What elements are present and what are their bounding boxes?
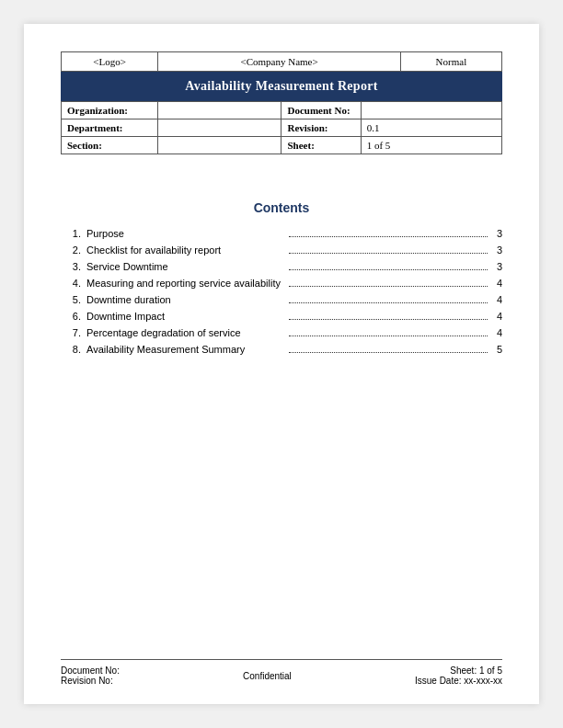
toc-item-1: 1. Purpose 3 [61,228,502,239]
toc-dots-8 [289,352,488,353]
toc-page-2: 3 [491,245,502,256]
logo-label: <Logo> [93,56,126,67]
section-label: Section: [62,137,158,154]
logo-cell: <Logo> [62,52,158,72]
toc-num-6: 6. [61,311,81,322]
toc-text-4: Measuring and reporting service availabi… [86,278,285,289]
toc-item-2: 2. Checklist for availability report 3 [61,245,502,256]
toc-text-2: Checklist for availability report [86,245,285,256]
toc-dots-2 [289,253,488,254]
sheet-value: 1 of 5 [361,137,501,154]
docno-value [361,102,501,119]
toc-page-6: 4 [491,311,502,322]
toc-num-8: 8. [61,344,81,355]
docno-label: Document No: [282,102,361,119]
dept-value [158,119,282,137]
sheet-label: Sheet: [282,137,361,154]
title-banner: Availability Measurement Report [61,72,502,101]
toc-item-7: 7. Percentage degradation of service 4 [61,327,502,338]
toc-dots-6 [289,319,488,320]
revision-label: Revision: [282,119,361,137]
toc-dots-5 [289,302,488,303]
toc-dots-3 [289,269,488,270]
org-value [158,102,282,119]
toc-item-8: 8. Availability Measurement Summary 5 [61,344,502,355]
toc-text-6: Downtime Impact [86,311,285,322]
toc-item-3: 3. Service Downtime 3 [61,261,502,272]
toc-list: 1. Purpose 3 2. Checklist for availabili… [61,228,502,355]
toc-text-1: Purpose [86,228,285,239]
toc-dots-7 [289,336,488,336]
toc-page-7: 4 [491,327,502,338]
footer-revno: Revision No: [61,676,120,686]
toc-item-5: 5. Downtime duration 4 [61,294,502,305]
page: <Logo> <Company Name> Normal Availabilit… [24,24,539,704]
status-label: Normal [436,56,467,67]
footer-issue-date: Issue Date: xx-xxx-xx [415,676,502,686]
company-label: <Company Name> [241,56,318,67]
toc-page-8: 5 [491,344,502,355]
org-label: Organization: [62,102,158,119]
footer: Document No: Revision No: Confidential S… [61,659,502,686]
footer-sheet: Sheet: 1 of 5 [415,665,502,676]
toc-text-7: Percentage degradation of service [86,327,285,338]
toc-text-8: Availability Measurement Summary [86,344,285,355]
contents-section: Contents 1. Purpose 3 2. Checklist for a… [61,173,502,659]
toc-page-3: 3 [491,261,502,272]
footer-confidential: Confidential [243,671,292,681]
toc-page-1: 3 [491,228,502,239]
section-value [158,137,282,154]
toc-dots-4 [289,286,488,287]
footer-docno: Document No: [61,665,120,676]
status-cell: Normal [400,52,501,72]
toc-num-2: 2. [61,245,81,256]
toc-num-1: 1. [61,228,81,239]
toc-item-4: 4. Measuring and reporting service avail… [61,278,502,289]
toc-text-3: Service Downtime [86,261,285,272]
report-title: Availability Measurement Report [185,79,377,93]
info-table: Organization: Document No: Department: R… [61,101,502,154]
toc-num-3: 3. [61,261,81,272]
toc-num-5: 5. [61,294,81,305]
contents-title: Contents [61,200,502,215]
toc-page-4: 4 [491,278,502,289]
toc-num-7: 7. [61,327,81,338]
toc-item-6: 6. Downtime Impact 4 [61,311,502,322]
company-cell: <Company Name> [158,52,400,72]
toc-num-4: 4. [61,278,81,289]
toc-text-5: Downtime duration [86,294,285,305]
revision-value: 0.1 [361,119,501,137]
footer-center: Confidential [243,671,292,681]
dept-label: Department: [62,119,158,137]
footer-left: Document No: Revision No: [61,665,120,686]
toc-dots-1 [289,236,488,237]
header-table: <Logo> <Company Name> Normal [61,51,502,72]
footer-right: Sheet: 1 of 5 Issue Date: xx-xxx-xx [415,665,502,686]
toc-page-5: 4 [491,294,502,305]
